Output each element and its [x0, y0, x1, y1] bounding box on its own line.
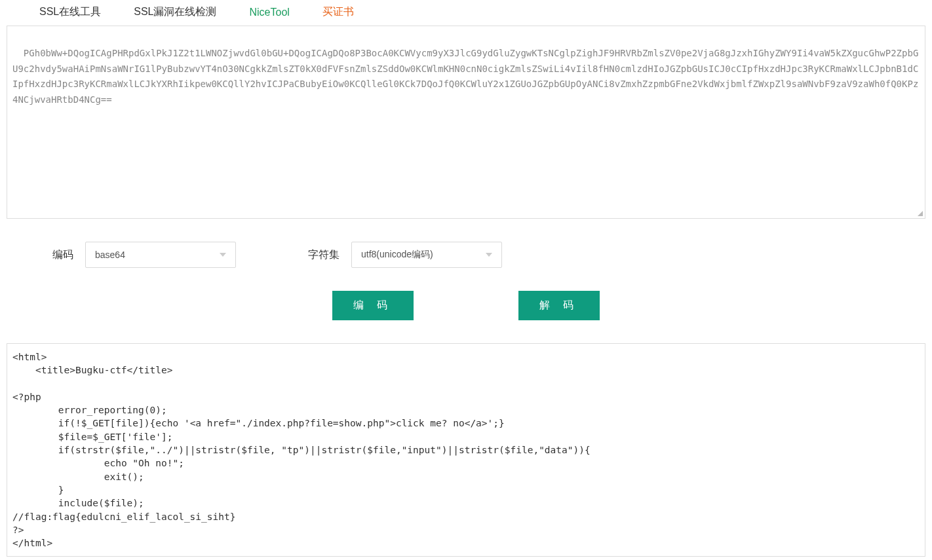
resize-handle-icon[interactable] [916, 209, 923, 217]
charset-select-value: utf8(unicode编码) [361, 249, 433, 261]
chevron-down-icon [220, 253, 226, 257]
decode-button[interactable]: 解 码 [518, 291, 600, 320]
input-text-content: PGh0bWw+DQogICAgPHRpdGxlPkJ1Z2t1LWNOZjwv… [12, 48, 918, 105]
nav-ssl-tools[interactable]: SSL在线工具 [39, 5, 101, 19]
encoding-select-value: base64 [95, 250, 125, 260]
output-text-content: <html> <title>Bugku-ctf</title> <?php er… [12, 352, 591, 548]
chevron-down-icon [486, 253, 492, 257]
nav-ssl-scan[interactable]: SSL漏洞在线检测 [134, 5, 216, 19]
encoding-select[interactable]: base64 [85, 242, 236, 268]
encode-button[interactable]: 编 码 [332, 291, 414, 320]
encoding-label: 编码 [52, 248, 73, 262]
buttons-row: 编 码 解 码 [0, 268, 932, 340]
charset-select[interactable]: utf8(unicode编码) [351, 242, 502, 268]
nav-buy-cert[interactable]: 买证书 [322, 5, 354, 19]
controls-row: 编码 base64 字符集 utf8(unicode编码) [0, 219, 932, 268]
charset-label: 字符集 [308, 248, 340, 262]
output-textarea[interactable]: <html> <title>Bugku-ctf</title> <?php er… [7, 343, 925, 557]
nav-nicetool[interactable]: NiceTool [250, 7, 290, 18]
top-nav: SSL在线工具 SSL漏洞在线检测 NiceTool 买证书 [0, 0, 932, 26]
input-textarea[interactable]: PGh0bWw+DQogICAgPHRpdGxlPkJ1Z2t1LWNOZjwv… [7, 26, 925, 219]
